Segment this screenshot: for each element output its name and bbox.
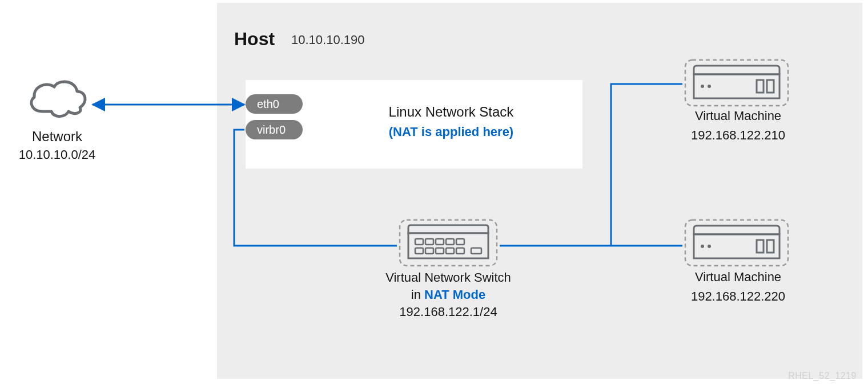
svg-point-21 [701, 245, 704, 248]
vm2-ip: 192.168.122.220 [654, 289, 822, 304]
switch-mode-prefix: in [411, 287, 424, 302]
svg-rect-7 [415, 248, 423, 254]
switch-mode-value: NAT Mode [424, 287, 485, 302]
switch-mode: in NAT Mode [354, 287, 542, 302]
svg-point-22 [708, 245, 711, 248]
svg-rect-9 [436, 248, 444, 254]
vm1-ip: 192.168.122.210 [654, 128, 822, 143]
svg-rect-12 [471, 248, 481, 254]
switch-icon [397, 217, 500, 271]
host-title: Host [234, 29, 275, 50]
interface-eth0: eth0 [246, 94, 303, 114]
svg-rect-1 [408, 233, 488, 258]
network-stack-note: (NAT is applied here) [337, 125, 565, 139]
svg-point-16 [708, 85, 711, 88]
svg-rect-8 [425, 248, 433, 254]
switch-label: Virtual Network Switch [354, 270, 542, 285]
svg-rect-18 [767, 80, 774, 93]
switch-ip: 192.168.122.1/24 [354, 305, 542, 319]
network-subnet: 10.10.10.0/24 [0, 147, 114, 162]
cloud-icon [23, 74, 91, 122]
watermark: RHEL_52_1219 [788, 371, 857, 381]
network-label: Network [0, 129, 114, 145]
interface-virbr0: virbr0 [246, 120, 303, 139]
svg-rect-5 [446, 239, 454, 245]
vm-icon-1 [682, 57, 791, 111]
svg-rect-10 [446, 248, 454, 254]
svg-rect-23 [757, 240, 763, 253]
svg-rect-11 [456, 248, 464, 254]
network-stack-title: Linux Network Stack [337, 104, 565, 120]
svg-rect-4 [436, 239, 444, 245]
host-ip: 10.10.10.190 [291, 33, 364, 47]
vm-icon-2 [682, 217, 791, 271]
svg-rect-3 [425, 239, 433, 245]
svg-rect-17 [757, 80, 763, 93]
vm2-label: Virtual Machine [654, 270, 822, 285]
svg-point-15 [701, 85, 704, 88]
svg-rect-2 [415, 239, 423, 245]
diagram-stage: Network 10.10.10.0/24 Host 10.10.10.190 … [0, 0, 868, 388]
vm1-label: Virtual Machine [654, 109, 822, 123]
svg-rect-6 [456, 239, 464, 245]
svg-rect-24 [767, 240, 774, 253]
